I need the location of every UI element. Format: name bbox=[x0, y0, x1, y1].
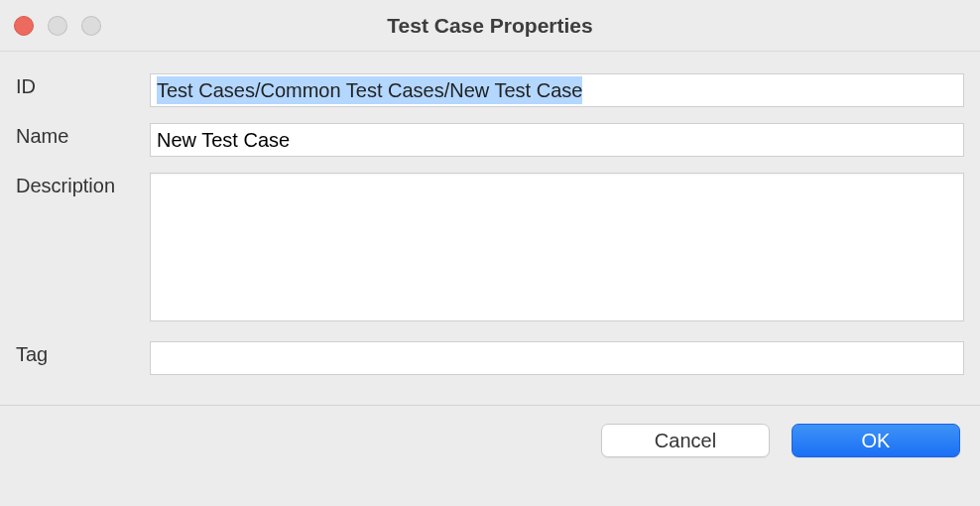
name-field-wrap bbox=[150, 123, 964, 157]
row-name: Name bbox=[16, 123, 964, 157]
row-id: ID Test Cases/Common Test Cases/New Test… bbox=[16, 73, 964, 107]
maximize-icon[interactable] bbox=[81, 16, 101, 36]
button-bar: Cancel OK bbox=[0, 406, 980, 475]
id-label: ID bbox=[16, 73, 150, 98]
minimize-icon[interactable] bbox=[48, 16, 67, 36]
description-input[interactable] bbox=[150, 173, 964, 321]
window-controls bbox=[14, 16, 101, 36]
description-label: Description bbox=[16, 173, 150, 197]
form-area: ID Test Cases/Common Test Cases/New Test… bbox=[0, 52, 980, 395]
name-label: Name bbox=[16, 123, 150, 148]
id-field-wrap: Test Cases/Common Test Cases/New Test Ca… bbox=[150, 73, 964, 107]
window-title: Test Case Properties bbox=[0, 14, 980, 38]
id-input[interactable]: Test Cases/Common Test Cases/New Test Ca… bbox=[150, 73, 964, 107]
titlebar: Test Case Properties bbox=[0, 0, 980, 52]
row-tag: Tag bbox=[16, 341, 964, 375]
close-icon[interactable] bbox=[14, 16, 34, 36]
tag-field-wrap bbox=[150, 341, 964, 375]
tag-input[interactable] bbox=[150, 341, 964, 375]
tag-label: Tag bbox=[16, 341, 150, 366]
row-description: Description bbox=[16, 173, 964, 325]
description-field-wrap bbox=[150, 173, 964, 325]
id-input-value: Test Cases/Common Test Cases/New Test Ca… bbox=[157, 76, 582, 104]
name-input[interactable] bbox=[150, 123, 964, 157]
ok-button[interactable]: OK bbox=[792, 424, 960, 457]
cancel-button[interactable]: Cancel bbox=[601, 424, 770, 457]
